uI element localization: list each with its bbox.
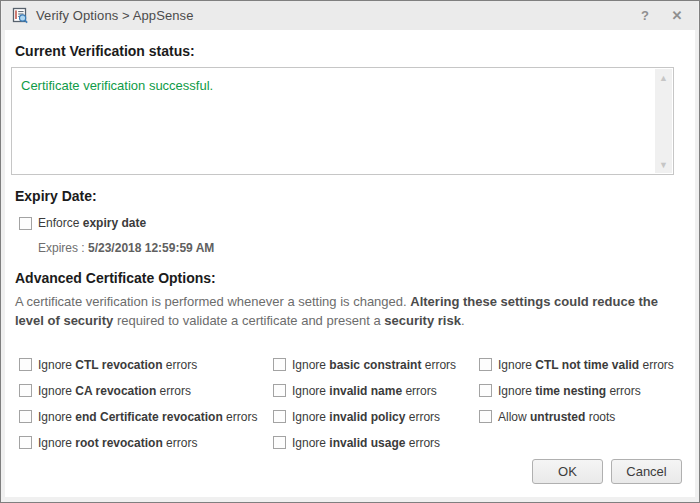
checkbox-ignore-ctl-not-time-valid-errors[interactable]: Ignore CTL not time valid errors xyxy=(479,356,689,373)
options-column-1: Ignore CTL revocation errors Ignore CA r… xyxy=(19,356,273,460)
checkbox-ignore-root-revocation-errors[interactable]: Ignore root revocation errors xyxy=(19,434,273,451)
dialog-content: Current Verification status: Certificate… xyxy=(5,30,695,497)
dialog-buttons: OK Cancel xyxy=(532,459,682,484)
expires-value-line: Expires : 5/23/2018 12:59:59 AM xyxy=(38,241,214,255)
options-column-2: Ignore basic constraint errors Ignore in… xyxy=(273,356,479,460)
scrollbar[interactable]: ▲ ▼ xyxy=(655,69,672,173)
options-grid: Ignore CTL revocation errors Ignore CA r… xyxy=(19,356,689,460)
ok-button[interactable]: OK xyxy=(532,459,603,484)
checkbox-ignore-ca-revocation-errors[interactable]: Ignore CA revocation errors xyxy=(19,382,273,399)
verification-status-message: Certificate verification successful. xyxy=(21,78,649,93)
status-heading: Current Verification status: xyxy=(15,43,195,59)
scroll-up-icon[interactable]: ▲ xyxy=(655,69,672,86)
advanced-options-heading: Advanced Certificate Options: xyxy=(15,270,216,286)
checkbox-allow-untrusted-roots[interactable]: Allow untrusted roots xyxy=(479,408,689,425)
advanced-options-description: A certificate verification is performed … xyxy=(15,292,681,330)
checkbox-box[interactable] xyxy=(479,358,492,371)
close-icon[interactable]: ✕ xyxy=(666,6,688,26)
verify-options-dialog: Verify Options > AppSense ? ✕ Current Ve… xyxy=(0,0,700,503)
verify-report-icon xyxy=(12,7,29,24)
checkbox-ignore-ctl-revocation-errors[interactable]: Ignore CTL revocation errors xyxy=(19,356,273,373)
checkbox-ignore-invalid-policy-errors[interactable]: Ignore invalid policy errors xyxy=(273,408,479,425)
checkbox-box[interactable] xyxy=(273,358,286,371)
checkbox-box[interactable] xyxy=(19,410,32,423)
checkbox-enforce-expiry-date[interactable]: Enforce expiry date xyxy=(19,216,146,230)
titlebar[interactable]: Verify Options > AppSense ? ✕ xyxy=(2,1,698,30)
checkbox-ignore-basic-constraint-errors[interactable]: Ignore basic constraint errors xyxy=(273,356,479,373)
checkbox-box[interactable] xyxy=(19,358,32,371)
options-column-3: Ignore CTL not time valid errors Ignore … xyxy=(479,356,689,460)
expiry-heading: Expiry Date: xyxy=(15,188,97,204)
checkbox-ignore-end-certificate-revocation-errors[interactable]: Ignore end Certificate revocation errors xyxy=(19,408,273,425)
checkbox-ignore-time-nesting-errors[interactable]: Ignore time nesting errors xyxy=(479,382,689,399)
checkbox-box[interactable] xyxy=(273,436,286,449)
dialog-title: Verify Options > AppSense xyxy=(36,8,194,23)
checkbox-box[interactable] xyxy=(273,384,286,397)
checkbox-box[interactable] xyxy=(479,410,492,423)
checkbox-ignore-invalid-usage-errors[interactable]: Ignore invalid usage errors xyxy=(273,434,479,451)
checkbox-box[interactable] xyxy=(19,384,32,397)
checkbox-box[interactable] xyxy=(479,384,492,397)
help-icon[interactable]: ? xyxy=(634,6,656,26)
checkbox-box[interactable] xyxy=(19,436,32,449)
checkbox-label: Enforce expiry date xyxy=(38,216,146,230)
checkbox-box[interactable] xyxy=(19,217,32,230)
checkbox-box[interactable] xyxy=(273,410,286,423)
scroll-down-icon[interactable]: ▼ xyxy=(655,156,672,173)
checkbox-ignore-invalid-name-errors[interactable]: Ignore invalid name errors xyxy=(273,382,479,399)
verification-status-box[interactable]: Certificate verification successful. ▲ ▼ xyxy=(11,67,674,175)
cancel-button[interactable]: Cancel xyxy=(611,459,682,484)
